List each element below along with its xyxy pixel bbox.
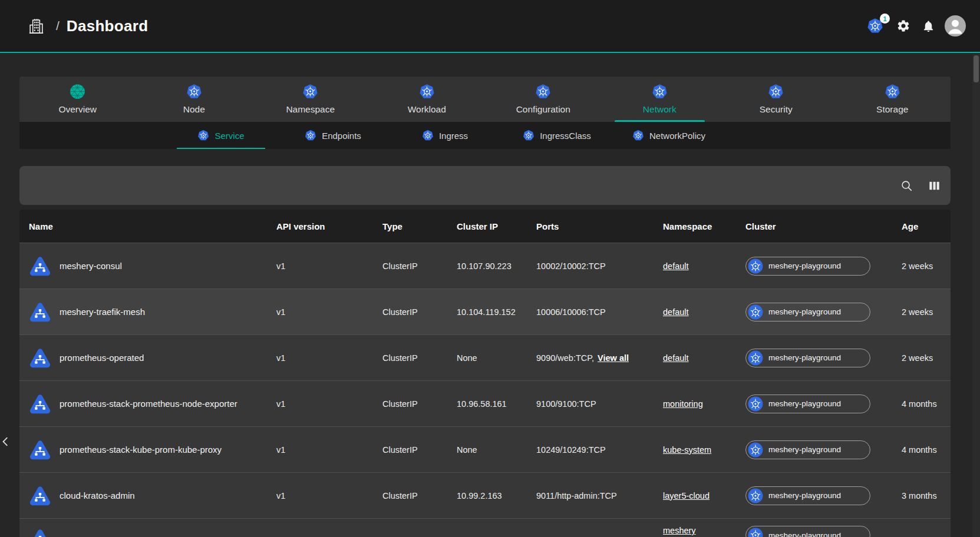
cell-api-version: v1 [276,445,382,455]
organization-building-icon[interactable] [27,17,45,35]
kubernetes-context-button[interactable]: 1 [867,18,883,34]
tab-label: Configuration [516,104,570,115]
cell-api-version: v1 [276,491,382,500]
cell-age: 4 months [902,445,951,455]
column-header-type[interactable]: Type [382,221,457,231]
settings-gear-icon[interactable] [896,19,910,33]
drawer-collapse-button[interactable] [0,431,12,452]
table-row[interactable]: prometheus-stack-kube-prom-kube-proxy v1… [19,426,951,472]
service-icon [29,527,51,537]
tab-network[interactable]: Network [602,77,718,122]
subtab-networkpolicy[interactable]: NetworkPolicy [613,122,725,149]
page-title: Dashboard [67,17,149,35]
column-header-cluster-ip[interactable]: Cluster IP [457,221,536,231]
tab-workload[interactable]: Workload [369,77,486,122]
table-row[interactable]: meshery meshery-playground [19,518,951,537]
view-columns-icon[interactable] [928,179,941,193]
cell-ports: 10006/10006:TCP [536,307,663,317]
subtab-label: Ingress [439,131,468,141]
kubernetes-icon [523,130,534,141]
cluster-chip[interactable]: meshery-playground [745,395,870,413]
column-header-namespace[interactable]: Namespace [663,221,745,231]
namespace-link[interactable]: default [663,307,689,317]
tab-label: Overview [58,104,97,115]
namespace-link[interactable]: default [663,261,689,271]
service-icon [29,484,51,508]
cluster-chip[interactable]: meshery-playground [745,257,870,276]
kubernetes-icon [748,488,763,503]
cell-type: ClusterIP [382,307,457,317]
namespace-link[interactable]: default [663,353,689,363]
cell-cluster-ip: 10.107.90.223 [457,261,536,271]
tab-label: Network [643,104,677,115]
subtab-endpoints[interactable]: Endpoints [277,122,389,149]
search-icon[interactable] [900,179,913,193]
cell-api-version: v1 [276,353,382,363]
cell-api-version: v1 [276,399,382,409]
cell-ports: 10249/10249:TCP [536,445,663,455]
kubernetes-icon [632,130,644,141]
column-header-api-version[interactable]: API version [276,221,382,231]
service-icon [29,392,51,416]
notifications-bell-icon[interactable] [922,19,935,33]
top-bar: / Dashboard 1 [0,0,980,53]
cell-cluster-ip: 10.104.119.152 [457,307,536,317]
view-all-ports-link[interactable]: View all [598,353,629,363]
chevron-left-icon [1,436,11,447]
tab-namespace[interactable]: Namespace [252,77,369,122]
cell-cluster-ip: 10.99.2.163 [457,491,536,500]
topbar-actions: 1 [867,15,966,37]
kubernetes-icon [419,84,435,100]
subtab-label: IngressClass [540,131,591,141]
cell-age [902,519,951,526]
table-row[interactable]: prometheus-stack-prometheus-node-exporte… [19,380,951,426]
subtab-label: Service [215,131,244,141]
kubernetes-icon [748,396,763,412]
kubernetes-icon [768,84,784,100]
context-count-badge: 1 [880,14,890,24]
cell-ports: 10002/10002:TCP [536,261,663,271]
kubernetes-icon [535,84,551,100]
subtab-ingress[interactable]: Ingress [389,122,501,149]
tab-security[interactable]: Security [718,77,834,122]
table-row[interactable]: meshery-traefik-mesh v1 ClusterIP 10.104… [19,289,951,334]
column-header-age[interactable]: Age [902,221,951,231]
service-name: cloud-kratos-admin [60,490,135,500]
subtab-label: Endpoints [322,131,361,141]
user-avatar[interactable] [945,15,966,37]
resource-tabs: Overview Node Namespace Workload Configu… [19,77,951,122]
cluster-chip[interactable]: meshery-playground [745,303,870,321]
table-row[interactable]: meshery-consul v1 ClusterIP 10.107.90.22… [19,243,951,289]
namespace-link[interactable]: layer5-cloud [663,491,710,500]
subtab-ingressclass[interactable]: IngressClass [501,122,613,149]
tab-overview[interactable]: Overview [19,77,136,122]
cluster-chip[interactable]: meshery-playground [745,486,870,505]
tab-label: Node [183,104,205,115]
tab-label: Workload [408,104,446,115]
tab-label: Security [760,104,793,115]
table-row[interactable]: cloud-kratos-admin v1 ClusterIP 10.99.2.… [19,472,951,518]
namespace-link[interactable]: kube-system [663,445,711,455]
kubernetes-icon [748,304,763,320]
service-name: prometheus-operated [60,353,144,363]
column-header-name[interactable]: Name [19,221,276,231]
scrollbar-track[interactable] [972,54,980,537]
column-header-ports[interactable]: Ports [536,221,663,231]
scrollbar-thumb[interactable] [974,55,979,82]
cell-type: ClusterIP [382,399,457,409]
cell-age: 2 weeks [902,307,951,317]
subtab-service[interactable]: Service [165,122,277,149]
namespace-link[interactable]: monitoring [663,399,703,409]
tab-storage[interactable]: Storage [834,77,951,122]
tab-node[interactable]: Node [136,77,253,122]
kubernetes-icon [197,130,209,141]
cluster-chip[interactable]: meshery-playground [745,526,870,537]
cluster-chip[interactable]: meshery-playground [745,349,870,367]
tab-configuration[interactable]: Configuration [485,77,602,122]
namespace-link[interactable]: meshery [663,526,696,535]
cluster-chip[interactable]: meshery-playground [745,440,870,459]
table-row[interactable]: prometheus-operated v1 ClusterIP None 90… [19,334,951,380]
column-header-cluster[interactable]: Cluster [745,221,902,231]
meshery-dashboard-app: { "topbar": { "separator": "/", "title":… [0,0,980,537]
cell-type: ClusterIP [382,491,457,500]
